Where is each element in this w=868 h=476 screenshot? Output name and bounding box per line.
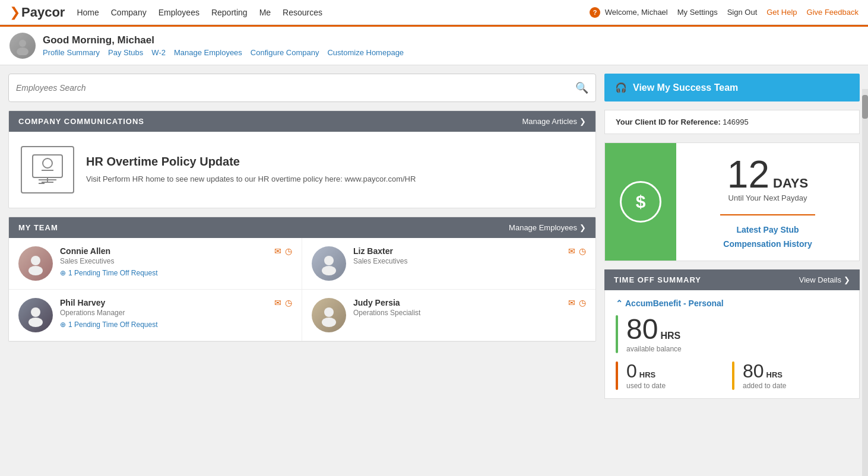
payday-green-panel: $ xyxy=(605,143,676,261)
payday-right-panel: 12 DAYS Until Your Next Payday Latest Pa… xyxy=(676,143,859,261)
logo-text: Paycor xyxy=(21,5,65,20)
svg-point-1 xyxy=(17,47,28,55)
quick-link-configure[interactable]: Configure Company xyxy=(251,48,319,57)
clock-icon[interactable]: ◷ xyxy=(285,246,292,256)
email-icon[interactable]: ✉ xyxy=(568,298,575,307)
team-actions: ✉ ◷ xyxy=(568,298,586,307)
dollar-icon: $ xyxy=(620,181,661,223)
added-hrs-label: HRS xyxy=(766,370,783,379)
bottom-hours-row: 0 HRS used to date 80 HRS xyxy=(616,361,848,390)
team-member-title: Operations Manager xyxy=(60,309,267,317)
client-id-label: Your Client ID for Reference: xyxy=(616,118,721,126)
clock-icon[interactable]: ◷ xyxy=(579,298,586,307)
view-details-link[interactable]: View Details ❯ xyxy=(799,275,850,284)
team-card: Phil Harvey Operations Manager ⊕ 1 Pendi… xyxy=(9,290,302,341)
email-icon[interactable]: ✉ xyxy=(274,298,281,307)
added-hrs-sub: added to date xyxy=(743,382,786,390)
avatar xyxy=(9,33,36,59)
compensation-history-link[interactable]: Compensation History xyxy=(723,239,812,249)
added-hrs-number: 80 xyxy=(743,361,764,380)
right-column: 🎧 View My Success Team Your Client ID fo… xyxy=(604,74,860,399)
avatar xyxy=(312,246,346,281)
manage-employees-link[interactable]: Manage Employees ❯ xyxy=(509,223,586,232)
manage-articles-link[interactable]: Manage Articles ❯ xyxy=(522,117,587,126)
avatar xyxy=(312,298,346,332)
svg-point-12 xyxy=(322,266,336,275)
quick-link-customize[interactable]: Customize Homepage xyxy=(327,48,404,57)
logo-chevron: ❯ xyxy=(9,5,20,20)
available-balance-row: 80 HRS available balance xyxy=(616,315,848,353)
team-pending-request[interactable]: ⊕ 1 Pending Time Off Request xyxy=(60,320,267,329)
company-communications-card: COMPANY COMMUNICATIONS Manage Articles ❯ xyxy=(8,110,596,208)
nav-company[interactable]: Company xyxy=(111,8,147,17)
team-card: Connie Allen Sales Executives ⊕ 1 Pendin… xyxy=(9,238,302,290)
scrollbar[interactable] xyxy=(862,89,868,407)
quick-link-w2[interactable]: W-2 xyxy=(151,48,166,57)
greeting-bar: Good Morning, Michael Profile Summary Pa… xyxy=(0,27,868,65)
nav-reporting[interactable]: Reporting xyxy=(211,8,248,17)
team-member-name: Judy Persia xyxy=(353,298,561,307)
get-help-link[interactable]: Get Help xyxy=(766,8,797,17)
nav-resources[interactable]: Resources xyxy=(283,8,322,17)
client-id-bar: Your Client ID for Reference: 146995 xyxy=(604,110,860,134)
team-member-title: Sales Executives xyxy=(353,257,561,265)
quick-link-paystubs[interactable]: Pay Stubs xyxy=(108,48,143,57)
time-off-title: TIME OFF SUMMARY xyxy=(614,275,701,284)
accum-benefit-label: ⌃ AccumBenefit - Personal xyxy=(616,299,848,308)
my-settings-link[interactable]: My Settings xyxy=(677,8,718,17)
success-team-label: View My Success Team xyxy=(633,82,738,93)
quick-links: Profile Summary Pay Stubs W-2 Manage Emp… xyxy=(43,48,404,57)
svg-point-3 xyxy=(43,158,52,168)
success-team-card[interactable]: 🎧 View My Success Team xyxy=(604,74,860,101)
team-scroll-area[interactable]: Connie Allen Sales Executives ⊕ 1 Pendin… xyxy=(9,238,595,341)
svg-point-9 xyxy=(31,256,40,265)
nav-home[interactable]: Home xyxy=(77,8,99,17)
email-icon[interactable]: ✉ xyxy=(568,246,575,256)
used-hrs-number: 0 xyxy=(626,361,637,380)
svg-point-10 xyxy=(28,266,43,275)
payday-days-label: DAYS xyxy=(773,176,808,191)
greeting-text: Good Morning, Michael xyxy=(43,34,404,46)
svg-point-14 xyxy=(28,318,43,327)
team-card: Judy Persia Operations Specialist ✉ ◷ xyxy=(302,290,595,341)
my-team-card: MY TEAM Manage Employees ❯ Connie Allen xyxy=(8,217,596,342)
added-hours: 80 HRS added to date xyxy=(743,361,786,390)
top-bar: ❯ Paycor Home Company Employees Reportin… xyxy=(0,0,868,25)
communications-title: COMPANY COMMUNICATIONS xyxy=(18,117,144,126)
team-actions: ✉ ◷ xyxy=(568,246,586,256)
svg-point-11 xyxy=(324,256,334,265)
svg-point-15 xyxy=(324,307,334,317)
search-icon[interactable]: 🔍 xyxy=(575,81,588,94)
team-member-name: Phil Harvey xyxy=(60,298,267,307)
article-body-text: Visit Perform HR home to see new updates… xyxy=(86,173,416,185)
article-icon xyxy=(21,146,74,193)
nav-me[interactable]: Me xyxy=(259,8,271,17)
available-hours: 80 HRS available balance xyxy=(626,315,682,353)
clock-icon[interactable]: ◷ xyxy=(579,246,586,256)
team-member-name: Liz Baxter xyxy=(353,246,561,256)
article-title: HR Overtime Policy Update xyxy=(86,155,416,169)
latest-pay-stub-link[interactable]: Latest Pay Stub xyxy=(736,225,799,234)
article-content: HR Overtime Policy Update Visit Perform … xyxy=(86,155,416,185)
communications-header: COMPANY COMMUNICATIONS Manage Articles ❯ xyxy=(9,111,595,132)
avatar xyxy=(18,246,53,281)
email-icon[interactable]: ✉ xyxy=(274,246,281,256)
avatar xyxy=(18,298,53,332)
payday-until-text: Until Your Next Payday xyxy=(728,193,807,202)
article-body: HR Overtime Policy Update Visit Perform … xyxy=(9,132,595,208)
clock-icon[interactable]: ◷ xyxy=(285,298,292,307)
search-input[interactable] xyxy=(16,83,575,93)
employee-search-box: 🔍 xyxy=(8,74,596,102)
quick-link-manage-employees[interactable]: Manage Employees xyxy=(174,48,242,57)
team-actions: ✉ ◷ xyxy=(274,246,292,256)
team-pending-request[interactable]: ⊕ 1 Pending Time Off Request xyxy=(60,269,267,277)
headset-icon: 🎧 xyxy=(615,82,627,93)
svg-point-16 xyxy=(322,318,336,327)
give-feedback-link[interactable]: Give Feedback xyxy=(807,8,859,17)
team-card: Liz Baxter Sales Executives ✉ ◷ xyxy=(302,238,595,290)
quick-link-profile[interactable]: Profile Summary xyxy=(43,48,100,57)
nav-employees[interactable]: Employees xyxy=(159,8,199,17)
added-hours-item: 80 HRS added to date xyxy=(732,361,848,390)
sign-out-link[interactable]: Sign Out xyxy=(727,8,758,17)
team-header: MY TEAM Manage Employees ❯ xyxy=(9,217,595,238)
